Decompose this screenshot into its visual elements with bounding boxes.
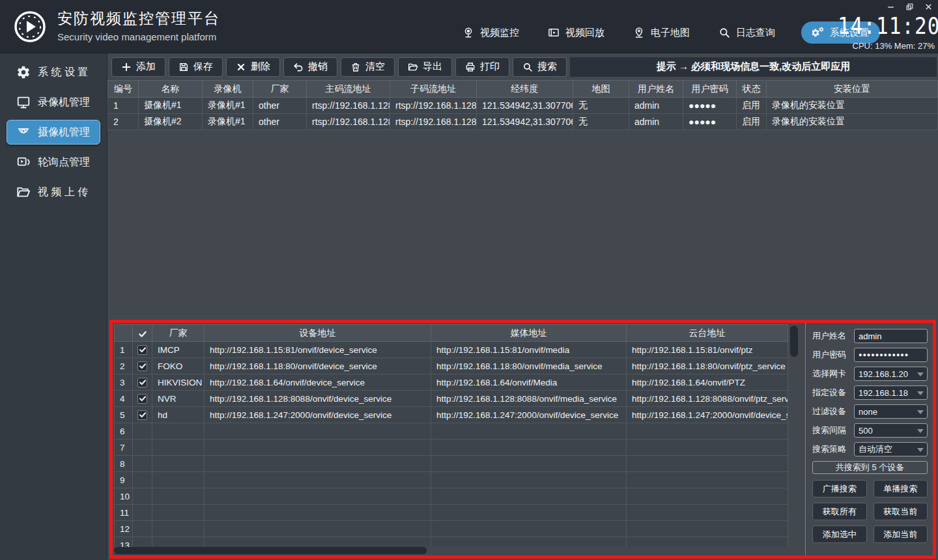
undo-icon	[293, 62, 304, 72]
save-icon	[178, 62, 189, 72]
clear-button[interactable]: 清空	[341, 57, 395, 77]
monitor-icon	[16, 95, 31, 109]
digital-clock: 14:11:20	[838, 13, 935, 39]
add-button[interactable]: 添加	[111, 57, 165, 77]
sidebar-item-recorder-management[interactable]: 录像机管理	[7, 90, 100, 115]
row-checkbox[interactable]	[137, 345, 147, 355]
device-row[interactable]: 4 NVR http://192.168.1.128:8088/onvif/de…	[115, 391, 788, 407]
titlebar: 安防视频监控管理平台 Security video management pla…	[0, 0, 938, 53]
delete-button[interactable]: 删除	[226, 57, 280, 77]
check-icon	[139, 411, 147, 419]
column-header: 安装位置	[767, 81, 938, 98]
nav-log-query[interactable]: 日志查询	[716, 21, 778, 44]
password-label: 用户密码	[812, 349, 850, 361]
username-field[interactable]	[854, 329, 928, 343]
search-interval-select[interactable]: 500	[854, 423, 928, 438]
broadcast-search-button[interactable]: 广播搜索	[812, 480, 867, 497]
print-button[interactable]: 打印	[455, 57, 509, 77]
device-row[interactable]: 9	[115, 472, 788, 488]
device-table-wrap: 厂家设备地址媒体地址云台地址 1 IMCP http://192.168.1.1…	[114, 324, 788, 547]
camera-table-row[interactable]: 2摄像机#2 录像机#1other rtsp://192.168.1.128:5…	[108, 114, 938, 130]
search-interval-label: 搜索间隔	[812, 425, 850, 436]
search-button[interactable]: 搜索	[513, 57, 567, 77]
main-nav: 视频监控 视频回放 电子地图 日志查询 系统设置	[460, 21, 880, 44]
column-header: 媒体地址	[431, 325, 627, 342]
unicast-search-button[interactable]: 单播搜索	[874, 480, 928, 497]
select-all-checkbox[interactable]	[133, 325, 152, 342]
window-controls	[887, 3, 933, 11]
target-device-label: 指定设备	[812, 387, 850, 399]
add-current-button[interactable]: 添加当前	[874, 525, 928, 543]
close-icon[interactable]	[924, 3, 933, 11]
dome-camera-icon	[16, 125, 31, 139]
column-header: 厂家	[253, 81, 307, 98]
nav-video-playback[interactable]: 视频回放	[545, 21, 607, 44]
restore-icon[interactable]	[905, 3, 914, 11]
x-icon	[236, 62, 246, 72]
vertical-scrollbar[interactable]	[790, 326, 798, 543]
export-button[interactable]: 导出	[398, 57, 452, 77]
sidebar-item-camera-management[interactable]: 摄像机管理	[7, 120, 100, 145]
save-button[interactable]: 保存	[169, 57, 223, 77]
sidebar-item-polling-management[interactable]: 轮询点管理	[7, 150, 100, 175]
row-checkbox[interactable]	[137, 378, 147, 387]
export-folder-icon	[408, 62, 418, 72]
device-row[interactable]: 7	[115, 440, 788, 456]
check-icon	[139, 362, 147, 370]
camera-table: 编号名称录像机厂家主码流地址子码流地址经纬度地图用户姓名用户密码状态安装位置 1…	[107, 80, 938, 130]
device-row[interactable]: 8	[115, 456, 788, 472]
minimize-icon[interactable]	[887, 3, 895, 11]
column-header: 厂家	[152, 325, 205, 342]
row-checkbox[interactable]	[137, 410, 147, 420]
device-row[interactable]: 1 IMCP http://192.168.1.15:81/onvif/devi…	[115, 342, 788, 358]
device-table-header-row: 厂家设备地址媒体地址云台地址	[115, 325, 788, 342]
folder-icon	[16, 185, 31, 199]
get-current-button[interactable]: 获取当前	[874, 503, 928, 520]
app-logo-icon	[13, 10, 47, 44]
device-row[interactable]: 11	[115, 505, 788, 521]
filter-device-label: 过滤设备	[812, 406, 850, 417]
device-row[interactable]: 6	[115, 423, 788, 440]
nic-select[interactable]: 192.168.1.20	[854, 367, 928, 381]
search-icon	[718, 27, 730, 38]
password-field[interactable]	[854, 348, 928, 362]
horizontal-scrollbar[interactable]	[114, 547, 788, 554]
device-row[interactable]: 13	[115, 537, 788, 548]
nic-label: 选择网卡	[812, 368, 850, 380]
column-header: 状态	[737, 81, 767, 98]
gears-icon	[812, 27, 824, 38]
device-row[interactable]: 10	[115, 488, 788, 505]
filter-device-select[interactable]: none	[854, 404, 928, 419]
device-row[interactable]: 2 FOKO http://192.168.1.18:80/onvif/devi…	[115, 358, 788, 374]
sidebar-item-system-settings[interactable]: 系 统 设 置	[7, 60, 100, 85]
device-row[interactable]: 3 HIKVISION http://192.168.1.64/onvif/de…	[115, 374, 788, 391]
check-icon	[139, 395, 147, 402]
column-header: 名称	[139, 81, 203, 98]
scrollbar-thumb[interactable]	[790, 326, 798, 357]
row-number-header	[115, 325, 133, 342]
search-result-status: 共搜索到 5 个设备	[812, 461, 928, 474]
nav-video-monitor[interactable]: 视频监控	[460, 21, 522, 44]
undo-button[interactable]: 撤销	[283, 57, 337, 77]
webcam-icon	[462, 27, 474, 38]
row-checkbox[interactable]	[137, 394, 147, 404]
device-row[interactable]: 5 hd http://192.168.1.247:2000/onvif/dev…	[115, 407, 788, 423]
nav-e-map[interactable]: 电子地图	[631, 21, 692, 44]
get-all-button[interactable]: 获取所有	[812, 503, 867, 520]
scrollbar-thumb[interactable]	[114, 547, 427, 554]
map-pin-icon	[633, 27, 645, 38]
search-strategy-select[interactable]: 自动清空	[854, 442, 928, 456]
add-selected-button[interactable]: 添加选中	[812, 525, 867, 543]
polling-icon	[16, 155, 31, 169]
sidebar-item-video-upload[interactable]: 视 频 上 传	[7, 180, 100, 204]
cpu-mem-stats: CPU: 13% Mem: 27%	[853, 41, 935, 51]
camera-table-row[interactable]: 1摄像机#1 录像机#1other rtsp://192.168.1.128:5…	[108, 98, 938, 114]
search-strategy-label: 搜索策略	[812, 443, 850, 455]
row-checkbox[interactable]	[137, 361, 147, 371]
gear-icon	[16, 65, 31, 79]
column-header: 编号	[108, 81, 139, 98]
target-device-select[interactable]: 192.168.1.18	[854, 385, 928, 400]
check-icon	[139, 378, 147, 386]
search-panel-buttons: 广播搜索 单播搜索 获取所有 获取当前 添加选中 添加当前	[812, 480, 928, 543]
device-row[interactable]: 12	[115, 521, 788, 537]
